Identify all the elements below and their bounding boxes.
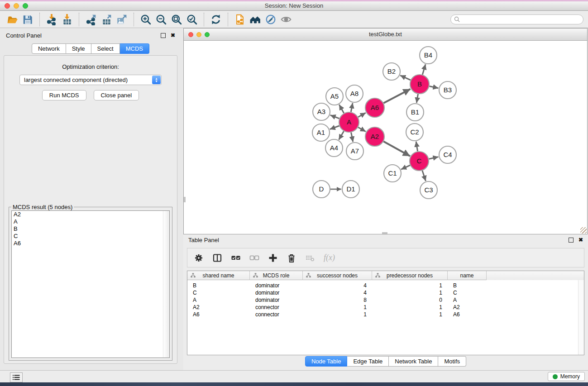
table-row[interactable]: Adominator80A xyxy=(187,296,584,304)
hide-annotations-icon[interactable] xyxy=(263,13,278,26)
zoom-fit-icon[interactable] xyxy=(169,13,184,26)
network-minimize-icon[interactable] xyxy=(196,32,201,37)
table-row[interactable]: Bdominator41B xyxy=(187,282,584,289)
export-image-icon[interactable] xyxy=(114,13,129,26)
node-label-C: C xyxy=(417,157,422,165)
add-icon[interactable] xyxy=(268,253,278,263)
search-box[interactable] xyxy=(450,14,583,24)
tab-motifs[interactable]: Motifs xyxy=(438,356,466,367)
result-list-item[interactable]: A2 xyxy=(12,211,169,218)
toolbar-groups xyxy=(5,13,294,26)
result-list-item[interactable]: C xyxy=(12,233,169,240)
edge-C-C4[interactable] xyxy=(429,157,439,159)
edge-A-A7[interactable] xyxy=(351,133,353,142)
memory-button[interactable]: Memory xyxy=(548,372,585,381)
control-panel-header: Control Panel ✖ xyxy=(2,30,179,41)
new-network-document-icon[interactable] xyxy=(232,13,248,26)
edge-A-A2[interactable] xyxy=(358,127,366,131)
table-row[interactable]: A6connector11A6 xyxy=(187,311,584,318)
delete-icon[interactable] xyxy=(287,253,296,263)
save-icon[interactable] xyxy=(20,13,35,26)
edge-C-C2[interactable] xyxy=(416,142,417,152)
column-header-shared-name[interactable]: shared name xyxy=(187,271,250,280)
edge-A-A6[interactable] xyxy=(358,113,366,117)
import-network-icon[interactable] xyxy=(44,13,59,26)
task-history-button[interactable] xyxy=(10,372,23,382)
table-close-panel-icon[interactable]: ✖ xyxy=(578,237,583,243)
edge-C-C1[interactable] xyxy=(401,165,410,169)
gear-icon[interactable] xyxy=(194,253,204,263)
home-pair-icon[interactable] xyxy=(248,13,263,26)
tab-node-table[interactable]: Node Table xyxy=(305,356,348,367)
run-mcds-button[interactable]: Run MCDS xyxy=(42,90,86,100)
refresh-icon[interactable] xyxy=(208,13,224,26)
tab-mcds[interactable]: MCDS xyxy=(120,43,149,54)
zoom-in-icon[interactable] xyxy=(138,13,153,26)
float-panel-icon[interactable] xyxy=(161,33,166,38)
edge-B-B3[interactable] xyxy=(430,86,439,88)
edge-A2-C[interactable] xyxy=(383,142,410,156)
edge-B-B4[interactable] xyxy=(422,64,425,75)
table-float-panel-icon[interactable] xyxy=(569,238,574,243)
list-scrollbar[interactable] xyxy=(163,211,169,357)
network-close-icon[interactable] xyxy=(188,32,193,37)
search-input[interactable] xyxy=(462,16,580,23)
export-network-icon[interactable] xyxy=(83,13,99,26)
node-label-C2: C2 xyxy=(410,128,419,136)
criterion-select[interactable]: largest connected component (directed) ▲… xyxy=(19,75,162,85)
edge-A-A4[interactable] xyxy=(339,131,344,140)
cell: dominator xyxy=(250,290,303,296)
network-graph[interactable]: B4B2BB3A5A8A6B1A3AA1C2A2A4A7C4CC1C3DD1 xyxy=(184,41,587,234)
show-eye-icon[interactable] xyxy=(278,13,294,26)
edge-A-A1[interactable] xyxy=(330,126,339,129)
close-panel-button[interactable]: Close panel xyxy=(94,90,139,100)
column-header-predecessor-nodes[interactable]: predecessor nodes xyxy=(372,271,448,280)
result-list-item[interactable]: A xyxy=(12,218,169,225)
node-label-B1: B1 xyxy=(411,108,419,116)
tab-network-table[interactable]: Network Table xyxy=(389,356,438,367)
edge-C-C3[interactable] xyxy=(422,171,426,181)
edge-A6-B[interactable] xyxy=(384,89,411,103)
deselect-all-icon[interactable] xyxy=(249,253,259,263)
table-row[interactable]: Cdominator41C xyxy=(187,289,584,296)
tab-network[interactable]: Network xyxy=(32,43,66,54)
edge-A-A3[interactable] xyxy=(330,115,339,119)
tab-select[interactable]: Select xyxy=(91,43,120,54)
edge-A-A5[interactable] xyxy=(339,105,344,113)
tab-style[interactable]: Style xyxy=(66,43,91,54)
export-table-icon[interactable] xyxy=(99,13,114,26)
table-panel-header: Table Panel ✖ xyxy=(183,234,588,245)
result-list-item[interactable]: A6 xyxy=(12,240,169,247)
edge-B-B2[interactable] xyxy=(400,76,411,80)
application-window: Session: New Session Control Panel ✖ Net… xyxy=(0,0,588,386)
node-label-A4: A4 xyxy=(330,144,338,152)
delete-table-disabled-icon xyxy=(305,253,315,263)
mcds-result-list[interactable]: A2ABCA6 xyxy=(11,210,170,358)
edge-B-B1[interactable] xyxy=(416,94,418,103)
table-row[interactable]: A2connector11A2 xyxy=(187,304,584,311)
table-toolbar: f(x) xyxy=(187,248,584,267)
window-resize-grip[interactable] xyxy=(580,227,587,234)
zoom-selected-icon[interactable] xyxy=(184,13,200,26)
column-header-MCDS-role[interactable]: MCDS role xyxy=(250,271,303,280)
edge-A-A8[interactable] xyxy=(351,103,353,112)
cell: 1 xyxy=(372,304,448,310)
import-table-icon[interactable] xyxy=(59,13,75,26)
table-scrollbar[interactable] xyxy=(578,280,584,355)
cell: 4 xyxy=(303,282,372,289)
zoom-out-icon[interactable] xyxy=(153,13,169,26)
close-panel-icon[interactable]: ✖ xyxy=(171,33,175,38)
column-header-successor-nodes[interactable]: successor nodes xyxy=(303,271,372,280)
tab-edge-table[interactable]: Edge Table xyxy=(347,356,389,367)
cell: A xyxy=(448,297,487,303)
node-label-B3: B3 xyxy=(444,86,452,94)
result-list-item[interactable]: B xyxy=(12,225,169,233)
columns-icon[interactable] xyxy=(212,253,222,263)
open-folder-icon[interactable] xyxy=(5,13,20,26)
cell: A2 xyxy=(448,304,487,310)
network-maximize-icon[interactable] xyxy=(205,32,210,37)
column-header-name[interactable]: name xyxy=(448,271,487,280)
network-canvas[interactable]: B4B2BB3A5A8A6B1A3AA1C2A2A4A7C4CC1C3DD1 xyxy=(184,41,587,234)
select-all-icon[interactable] xyxy=(231,253,241,263)
cell: 0 xyxy=(372,297,448,303)
